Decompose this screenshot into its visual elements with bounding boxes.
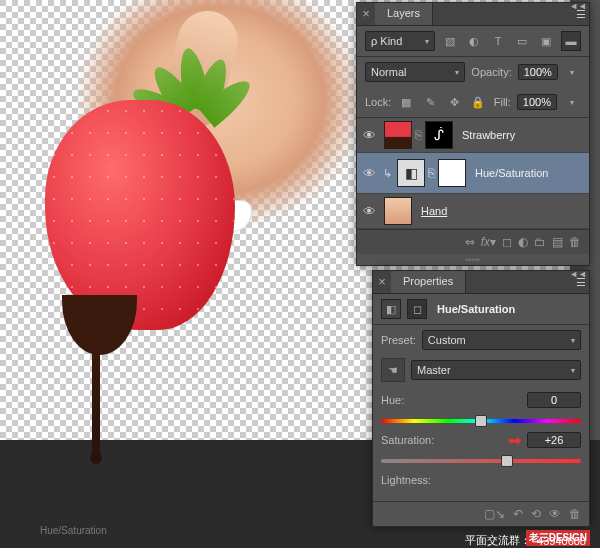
resize-grip[interactable]: ▪▪▪▪▪ bbox=[357, 254, 589, 265]
saturation-label: Saturation: bbox=[381, 434, 434, 446]
properties-panel: ◄◄ × Properties ☰ ◧ ◻ Hue/Saturation Pre… bbox=[372, 270, 590, 527]
clip-indicator-icon: ↳ bbox=[383, 167, 392, 180]
filter-pixel-icon[interactable]: ▧ bbox=[441, 32, 459, 50]
fill-flyout-icon[interactable]: ▾ bbox=[563, 93, 581, 111]
view-previous-icon[interactable]: ↶ bbox=[513, 507, 523, 521]
visibility-icon[interactable]: 👁 bbox=[357, 128, 381, 143]
collapse-icon[interactable]: ◄◄ bbox=[569, 1, 587, 11]
layer-mask-thumb[interactable]: ᔒ bbox=[425, 121, 453, 149]
group-label: 平面交流群： bbox=[465, 533, 531, 548]
visibility-icon[interactable]: 👁 bbox=[357, 204, 381, 219]
layers-footer: ⇔ fx▾ ◻ ◐ 🗀 ▤ 🗑 bbox=[357, 229, 589, 254]
layer-row[interactable]: 👁 Hand bbox=[357, 194, 589, 229]
filter-kind-select[interactable]: ρ Kind▾ bbox=[365, 31, 435, 51]
add-adjustment-icon[interactable]: ◐ bbox=[518, 235, 528, 249]
slider-knob[interactable] bbox=[475, 415, 487, 427]
layer-name[interactable]: Hand bbox=[421, 205, 447, 217]
layers-tab[interactable]: Layers bbox=[375, 3, 433, 25]
delete-layer-icon[interactable]: 🗑 bbox=[569, 235, 581, 249]
properties-footer: ▢↘ ↶ ⟲ 👁 🗑 bbox=[373, 501, 589, 526]
layers-panel: ◄◄ × Layers ☰ ρ Kind▾ ▧ ◐ T ▭ ▣ ▬ Normal… bbox=[356, 2, 590, 266]
link-icon[interactable]: ⎘ bbox=[428, 166, 435, 180]
opacity-label: Opacity: bbox=[471, 66, 511, 78]
filter-smart-icon[interactable]: ▣ bbox=[537, 32, 555, 50]
targeted-adjust-icon[interactable]: ☚ bbox=[381, 358, 405, 382]
slider-knob[interactable] bbox=[501, 455, 513, 467]
status-bar: Hue/Saturation bbox=[40, 525, 107, 536]
adjustment-icon[interactable]: ◧ bbox=[381, 299, 401, 319]
link-layers-icon[interactable]: ⇔ bbox=[465, 235, 475, 249]
highlight-arrow-icon: ➡ bbox=[508, 431, 521, 450]
add-mask-icon[interactable]: ◻ bbox=[502, 235, 512, 249]
toggle-visibility-icon[interactable]: 👁 bbox=[549, 507, 561, 521]
delete-adjustment-icon[interactable]: 🗑 bbox=[569, 507, 581, 521]
layer-name[interactable]: Strawberry bbox=[462, 129, 515, 141]
link-icon[interactable]: ⎘ bbox=[415, 128, 422, 142]
new-layer-icon[interactable]: ▤ bbox=[552, 235, 563, 249]
opacity-flyout-icon[interactable]: ▾ bbox=[564, 63, 581, 81]
adjustment-thumb[interactable]: ◧ bbox=[397, 159, 425, 187]
filter-adjust-icon[interactable]: ◐ bbox=[465, 32, 483, 50]
close-panel-icon[interactable]: × bbox=[357, 3, 375, 25]
preset-select[interactable]: Custom▾ bbox=[422, 330, 581, 350]
properties-tab[interactable]: Properties bbox=[391, 271, 466, 293]
layer-row[interactable]: 👁 ↳ ◧ ⎘ Hue/Saturation bbox=[357, 153, 589, 194]
close-panel-icon[interactable]: × bbox=[373, 271, 391, 293]
adjustment-title: Hue/Saturation bbox=[437, 303, 515, 315]
channel-select[interactable]: Master▾ bbox=[411, 360, 581, 380]
hue-input[interactable]: 0 bbox=[527, 392, 581, 408]
layer-thumb[interactable] bbox=[384, 197, 412, 225]
lightness-label: Lightness: bbox=[381, 474, 431, 486]
layer-mask-thumb[interactable] bbox=[438, 159, 466, 187]
lock-label: Lock: bbox=[365, 96, 391, 108]
collapse-icon[interactable]: ◄◄ bbox=[569, 269, 587, 279]
blend-mode-select[interactable]: Normal▾ bbox=[365, 62, 465, 82]
layer-thumb[interactable] bbox=[384, 121, 412, 149]
filter-shape-icon[interactable]: ▭ bbox=[513, 32, 531, 50]
filter-toggle[interactable]: ▬ bbox=[561, 31, 581, 51]
saturation-input[interactable]: +26 bbox=[527, 432, 581, 448]
lock-position-icon[interactable]: ✥ bbox=[445, 93, 463, 111]
fx-icon[interactable]: fx▾ bbox=[481, 235, 496, 249]
group-id: 43940608 bbox=[537, 535, 586, 547]
filter-type-icon[interactable]: T bbox=[489, 32, 507, 50]
chocolate-drip bbox=[92, 340, 100, 460]
reset-icon[interactable]: ⟲ bbox=[531, 507, 541, 521]
hue-slider[interactable] bbox=[381, 419, 581, 423]
lock-all-icon[interactable]: 🔒 bbox=[469, 93, 487, 111]
lock-transparency-icon[interactable]: ▩ bbox=[397, 93, 415, 111]
panel-tabbar: ◄◄ × Properties ☰ bbox=[373, 271, 589, 294]
saturation-slider[interactable] bbox=[381, 459, 581, 463]
panel-tabbar: ◄◄ × Layers ☰ bbox=[357, 3, 589, 26]
opacity-input[interactable]: 100% bbox=[518, 64, 558, 80]
layer-row[interactable]: 👁 ⎘ ᔒ Strawberry bbox=[357, 118, 589, 153]
clip-to-layer-icon[interactable]: ▢↘ bbox=[484, 507, 505, 521]
new-group-icon[interactable]: 🗀 bbox=[534, 235, 546, 249]
hue-label: Hue: bbox=[381, 394, 404, 406]
visibility-icon[interactable]: 👁 bbox=[357, 166, 381, 181]
layer-name[interactable]: Hue/Saturation bbox=[475, 167, 548, 179]
fill-label: Fill: bbox=[494, 96, 511, 108]
mask-icon[interactable]: ◻ bbox=[407, 299, 427, 319]
preset-label: Preset: bbox=[381, 334, 416, 346]
lock-pixels-icon[interactable]: ✎ bbox=[421, 93, 439, 111]
fill-input[interactable]: 100% bbox=[517, 94, 557, 110]
